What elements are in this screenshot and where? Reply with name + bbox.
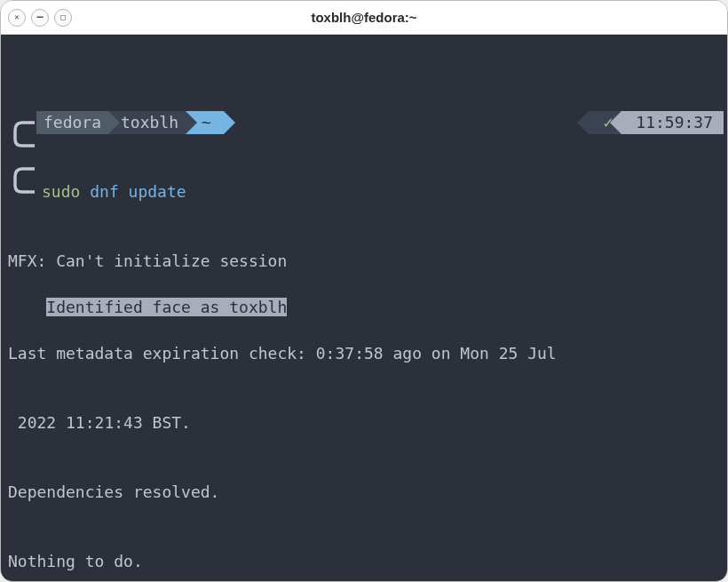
- close-icon[interactable]: [8, 9, 26, 27]
- prompt-time: 11:59:37: [621, 111, 724, 134]
- output-line-highlighted: Identified face as toxblh: [44, 296, 287, 319]
- terminal-body[interactable]: fedora toxblh ~ ✓ 11:59:37 sudo dnf upda…: [1, 35, 727, 581]
- minimize-icon[interactable]: [31, 9, 49, 27]
- prompt-host: fedora: [36, 111, 108, 134]
- output-line: Dependencies resolved.: [6, 481, 724, 504]
- cmd-bin: dnf: [90, 182, 119, 201]
- window-controls: [8, 9, 72, 27]
- window-title: toxblh@fedora:~: [1, 10, 727, 25]
- output-line: MFX: Can't initialize session: [6, 250, 724, 273]
- terminal-window: toxblh@fedora:~ fedora toxblh ~ ✓ 11:59:…: [0, 0, 728, 582]
- output-line: 2022 11:21:43 BST.: [6, 411, 724, 435]
- prompt-line: fedora toxblh ~ ✓ 11:59:37: [6, 111, 724, 134]
- prompt-hook-icon: [6, 111, 36, 134]
- maximize-icon[interactable]: [54, 9, 72, 27]
- prompt-user: toxblh: [108, 111, 186, 134]
- titlebar[interactable]: toxblh@fedora:~: [1, 1, 727, 35]
- output-line: Last metadata expiration check: 0:37:58 …: [6, 342, 724, 365]
- output-line: Nothing to do.: [6, 550, 724, 573]
- cmd-arg: update: [129, 182, 186, 201]
- prompt-hook-bottom-icon: [6, 180, 36, 203]
- command-line: sudo dnf update: [6, 180, 724, 203]
